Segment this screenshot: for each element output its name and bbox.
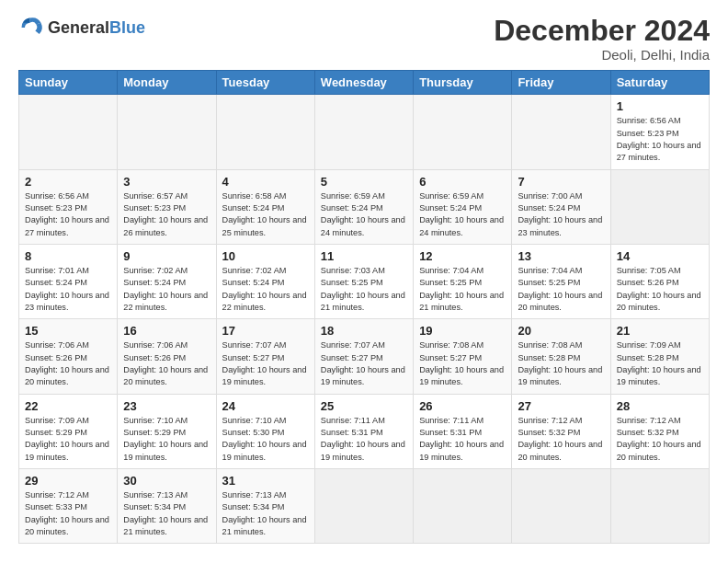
- day-number: 10: [222, 249, 309, 263]
- table-row: 14Sunrise: 7:05 AMSunset: 5:26 PMDayligh…: [610, 244, 709, 318]
- title-block: December 2024 Deoli, Delhi, India: [494, 15, 710, 63]
- table-row: 21Sunrise: 7:09 AMSunset: 5:28 PMDayligh…: [610, 319, 709, 394]
- day-info: Sunrise: 7:03 AMSunset: 5:25 PMDaylight:…: [321, 265, 407, 314]
- calendar-week-6: 29Sunrise: 7:12 AMSunset: 5:33 PMDayligh…: [19, 469, 710, 544]
- logo-icon: [18, 15, 44, 40]
- day-info: Sunrise: 7:07 AMSunset: 5:27 PMDaylight:…: [222, 339, 309, 388]
- table-row: 23Sunrise: 7:10 AMSunset: 5:29 PMDayligh…: [118, 394, 216, 468]
- table-row: 18Sunrise: 7:07 AMSunset: 5:27 PMDayligh…: [314, 319, 413, 394]
- day-info: Sunrise: 7:08 AMSunset: 5:28 PMDaylight:…: [518, 339, 604, 388]
- day-number: 31: [222, 474, 309, 488]
- day-number: 20: [518, 324, 604, 338]
- day-number: 22: [25, 399, 111, 413]
- empty-cell: [610, 169, 709, 244]
- day-info: Sunrise: 7:01 AMSunset: 5:24 PMDaylight:…: [25, 265, 111, 314]
- table-row: 24Sunrise: 7:10 AMSunset: 5:30 PMDayligh…: [216, 394, 314, 468]
- calendar-week-5: 22Sunrise: 7:09 AMSunset: 5:29 PMDayligh…: [19, 394, 710, 468]
- empty-cell: [512, 95, 610, 169]
- day-number: 25: [321, 399, 407, 413]
- table-row: 8Sunrise: 7:01 AMSunset: 5:24 PMDaylight…: [19, 244, 118, 318]
- table-row: 6Sunrise: 6:59 AMSunset: 5:24 PMDaylight…: [414, 169, 512, 244]
- table-row: 12Sunrise: 7:04 AMSunset: 5:25 PMDayligh…: [414, 244, 512, 318]
- day-number: 6: [419, 175, 506, 189]
- day-number: 19: [419, 324, 506, 338]
- day-number: 26: [419, 399, 506, 413]
- day-info: Sunrise: 6:59 AMSunset: 5:24 PMDaylight:…: [321, 190, 407, 239]
- logo-general: General: [48, 18, 109, 37]
- empty-cell: [414, 95, 512, 169]
- logo-blue: Blue: [109, 18, 145, 37]
- day-info: Sunrise: 7:13 AMSunset: 5:34 PMDaylight:…: [123, 489, 210, 538]
- table-row: 9Sunrise: 7:02 AMSunset: 5:24 PMDaylight…: [118, 244, 216, 318]
- col-tuesday: Tuesday: [216, 71, 314, 95]
- logo-text: GeneralBlue: [48, 18, 145, 38]
- col-friday: Friday: [512, 71, 610, 95]
- day-number: 30: [123, 474, 210, 488]
- day-number: 12: [419, 249, 506, 263]
- table-row: 20Sunrise: 7:08 AMSunset: 5:28 PMDayligh…: [512, 319, 610, 394]
- day-info: Sunrise: 7:04 AMSunset: 5:25 PMDaylight:…: [518, 265, 604, 314]
- calendar-week-1: 1Sunrise: 6:56 AMSunset: 5:23 PMDaylight…: [19, 95, 710, 169]
- day-info: Sunrise: 6:56 AMSunset: 5:23 PMDaylight:…: [617, 115, 703, 164]
- day-info: Sunrise: 7:06 AMSunset: 5:26 PMDaylight:…: [25, 339, 111, 388]
- col-monday: Monday: [118, 71, 216, 95]
- day-info: Sunrise: 7:04 AMSunset: 5:25 PMDaylight:…: [419, 265, 506, 314]
- day-info: Sunrise: 7:05 AMSunset: 5:26 PMDaylight:…: [617, 265, 703, 314]
- table-row: 4Sunrise: 6:58 AMSunset: 5:24 PMDaylight…: [216, 169, 314, 244]
- table-row: 25Sunrise: 7:11 AMSunset: 5:31 PMDayligh…: [314, 394, 413, 468]
- day-number: 18: [321, 324, 407, 338]
- empty-cell: [314, 95, 413, 169]
- calendar-title: December 2024: [494, 15, 710, 47]
- table-row: 30Sunrise: 7:13 AMSunset: 5:34 PMDayligh…: [118, 469, 216, 544]
- table-row: 5Sunrise: 6:59 AMSunset: 5:24 PMDaylight…: [314, 169, 413, 244]
- day-number: 24: [222, 399, 309, 413]
- empty-cell: [414, 469, 512, 544]
- day-info: Sunrise: 7:00 AMSunset: 5:24 PMDaylight:…: [518, 190, 604, 239]
- day-info: Sunrise: 6:57 AMSunset: 5:23 PMDaylight:…: [123, 190, 210, 239]
- table-row: 29Sunrise: 7:12 AMSunset: 5:33 PMDayligh…: [19, 469, 118, 544]
- day-info: Sunrise: 6:58 AMSunset: 5:24 PMDaylight:…: [222, 190, 309, 239]
- day-info: Sunrise: 7:12 AMSunset: 5:32 PMDaylight:…: [518, 415, 604, 464]
- table-row: 10Sunrise: 7:02 AMSunset: 5:24 PMDayligh…: [216, 244, 314, 318]
- day-number: 29: [25, 474, 111, 488]
- table-row: 27Sunrise: 7:12 AMSunset: 5:32 PMDayligh…: [512, 394, 610, 468]
- day-info: Sunrise: 7:09 AMSunset: 5:28 PMDaylight:…: [617, 339, 703, 388]
- day-info: Sunrise: 7:10 AMSunset: 5:30 PMDaylight:…: [222, 415, 309, 464]
- day-info: Sunrise: 7:11 AMSunset: 5:31 PMDaylight:…: [321, 415, 407, 464]
- table-row: 31Sunrise: 7:13 AMSunset: 5:34 PMDayligh…: [216, 469, 314, 544]
- day-number: 11: [321, 249, 407, 263]
- day-number: 27: [518, 399, 604, 413]
- table-row: 28Sunrise: 7:12 AMSunset: 5:32 PMDayligh…: [610, 394, 709, 468]
- day-number: 13: [518, 249, 604, 263]
- table-row: 11Sunrise: 7:03 AMSunset: 5:25 PMDayligh…: [314, 244, 413, 318]
- day-info: Sunrise: 7:06 AMSunset: 5:26 PMDaylight:…: [123, 339, 210, 388]
- calendar-week-3: 8Sunrise: 7:01 AMSunset: 5:24 PMDaylight…: [19, 244, 710, 318]
- day-info: Sunrise: 7:09 AMSunset: 5:29 PMDaylight:…: [25, 415, 111, 464]
- table-row: 16Sunrise: 7:06 AMSunset: 5:26 PMDayligh…: [118, 319, 216, 394]
- table-row: 1Sunrise: 6:56 AMSunset: 5:23 PMDaylight…: [610, 95, 709, 169]
- calendar-header-row: Sunday Monday Tuesday Wednesday Thursday…: [19, 71, 710, 95]
- day-number: 28: [617, 399, 703, 413]
- table-row: 3Sunrise: 6:57 AMSunset: 5:23 PMDaylight…: [118, 169, 216, 244]
- empty-cell: [118, 95, 216, 169]
- logo: GeneralBlue: [18, 15, 145, 40]
- day-number: 14: [617, 249, 703, 263]
- table-row: 17Sunrise: 7:07 AMSunset: 5:27 PMDayligh…: [216, 319, 314, 394]
- day-info: Sunrise: 7:07 AMSunset: 5:27 PMDaylight:…: [321, 339, 407, 388]
- day-number: 23: [123, 399, 210, 413]
- day-number: 5: [321, 175, 407, 189]
- table-row: 26Sunrise: 7:11 AMSunset: 5:31 PMDayligh…: [414, 394, 512, 468]
- day-number: 4: [222, 175, 309, 189]
- day-info: Sunrise: 7:13 AMSunset: 5:34 PMDaylight:…: [222, 489, 309, 538]
- day-info: Sunrise: 6:59 AMSunset: 5:24 PMDaylight:…: [419, 190, 506, 239]
- empty-cell: [314, 469, 413, 544]
- day-number: 3: [123, 175, 210, 189]
- table-row: 22Sunrise: 7:09 AMSunset: 5:29 PMDayligh…: [19, 394, 118, 468]
- day-info: Sunrise: 6:56 AMSunset: 5:23 PMDaylight:…: [25, 190, 111, 239]
- empty-cell: [512, 469, 610, 544]
- col-wednesday: Wednesday: [314, 71, 413, 95]
- day-info: Sunrise: 7:02 AMSunset: 5:24 PMDaylight:…: [222, 265, 309, 314]
- day-info: Sunrise: 7:08 AMSunset: 5:27 PMDaylight:…: [419, 339, 506, 388]
- day-info: Sunrise: 7:11 AMSunset: 5:31 PMDaylight:…: [419, 415, 506, 464]
- day-info: Sunrise: 7:02 AMSunset: 5:24 PMDaylight:…: [123, 265, 210, 314]
